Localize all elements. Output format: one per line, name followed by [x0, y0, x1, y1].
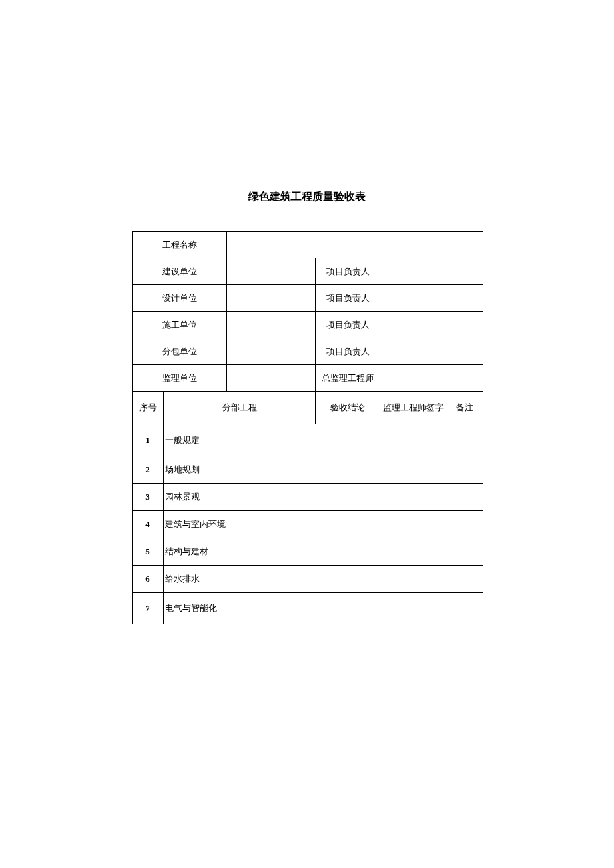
- row-name: 场地规划: [164, 456, 380, 484]
- design-leader-value: [380, 285, 483, 312]
- builder-unit-value: [227, 312, 316, 338]
- project-name-label: 工程名称: [133, 232, 227, 258]
- col-division: 分部工程: [164, 392, 316, 424]
- row-notes: [446, 511, 483, 538]
- col-supervisor-sign: 监理工程师签字: [380, 392, 446, 424]
- row-seq: 5: [133, 538, 164, 566]
- row-notes: [446, 456, 483, 484]
- row-seq: 4: [133, 511, 164, 538]
- subcontract-leader-value: [380, 338, 483, 365]
- chief-engineer-label: 总监理工程师: [316, 365, 380, 392]
- project-name-value: [227, 232, 483, 258]
- row-name: 结构与建材: [164, 538, 380, 566]
- row-project-name: 工程名称: [133, 232, 483, 258]
- builder-leader-label: 项目负责人: [316, 312, 380, 338]
- design-leader-label: 项目负责人: [316, 285, 380, 312]
- row-seq: 6: [133, 566, 164, 593]
- table-row: 5 结构与建材: [133, 538, 483, 566]
- row-seq: 7: [133, 593, 164, 624]
- row-seq: 2: [133, 456, 164, 484]
- row-subcontract-unit: 分包单位 项目负责人: [133, 338, 483, 365]
- construction-leader-value: [380, 258, 483, 285]
- row-notes: [446, 538, 483, 566]
- row-sign: [380, 566, 446, 593]
- construction-unit-label: 建设单位: [133, 258, 227, 285]
- col-conclusion: 验收结论: [316, 392, 380, 424]
- table-row: 4 建筑与室内环境: [133, 511, 483, 538]
- subcontract-leader-label: 项目负责人: [316, 338, 380, 365]
- row-name: 电气与智能化: [164, 593, 380, 624]
- row-supervision-unit: 监理单位 总监理工程师: [133, 365, 483, 392]
- supervision-unit-value: [227, 365, 316, 392]
- table-row: 2 场地规划: [133, 456, 483, 484]
- row-notes: [446, 424, 483, 456]
- construction-unit-value: [227, 258, 316, 285]
- row-sign: [380, 511, 446, 538]
- chief-engineer-value: [380, 365, 483, 392]
- subcontract-unit-value: [227, 338, 316, 365]
- table-row: 6 给水排水: [133, 566, 483, 593]
- row-design-unit: 设计单位 项目负责人: [133, 285, 483, 312]
- row-builder-unit: 施工单位 项目负责人: [133, 312, 483, 338]
- row-name: 一般规定: [164, 424, 380, 456]
- row-notes: [446, 593, 483, 624]
- table-row: 1 一般规定: [133, 424, 483, 456]
- row-sign: [380, 538, 446, 566]
- design-unit-value: [227, 285, 316, 312]
- col-notes: 备注: [446, 392, 483, 424]
- row-notes: [446, 566, 483, 593]
- row-name: 园林景观: [164, 484, 380, 511]
- row-construction-unit: 建设单位 项目负责人: [133, 258, 483, 285]
- row-sign: [380, 424, 446, 456]
- page-container: 绿色建筑工程质量验收表 工程名称 建设单位 项目负责人 设计单位 项目负责人 施…: [0, 0, 614, 624]
- table-row: 3 园林景观: [133, 484, 483, 511]
- builder-unit-label: 施工单位: [133, 312, 227, 338]
- supervision-unit-label: 监理单位: [133, 365, 227, 392]
- inspection-table: 工程名称 建设单位 项目负责人 设计单位 项目负责人 施工单位 项目负责人 分包…: [132, 231, 483, 624]
- subcontract-unit-label: 分包单位: [133, 338, 227, 365]
- row-notes: [446, 484, 483, 511]
- row-seq: 3: [133, 484, 164, 511]
- row-sign: [380, 456, 446, 484]
- table-row: 7 电气与智能化: [133, 593, 483, 624]
- row-sign: [380, 484, 446, 511]
- col-seq: 序号: [133, 392, 164, 424]
- row-name: 建筑与室内环境: [164, 511, 380, 538]
- row-seq: 1: [133, 424, 164, 456]
- builder-leader-value: [380, 312, 483, 338]
- construction-leader-label: 项目负责人: [316, 258, 380, 285]
- row-name: 给水排水: [164, 566, 380, 593]
- page-title: 绿色建筑工程质量验收表: [132, 190, 482, 204]
- design-unit-label: 设计单位: [133, 285, 227, 312]
- row-column-headers: 序号 分部工程 验收结论 监理工程师签字 备注: [133, 392, 483, 424]
- row-sign: [380, 593, 446, 624]
